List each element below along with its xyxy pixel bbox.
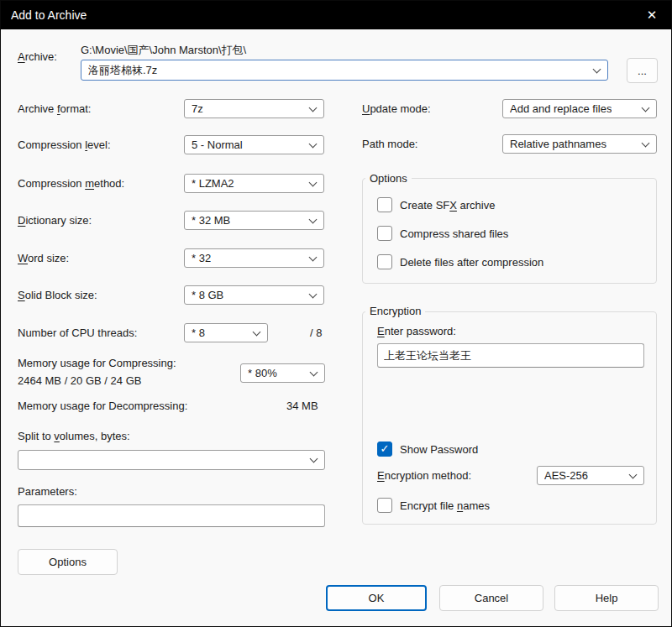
dictionary-size-label: Dictionary size: (18, 214, 92, 227)
word-size-select[interactable]: * 32 (184, 248, 324, 268)
solid-block-size-value: * 8 GB (192, 289, 223, 301)
window-title: Add to Archive (1, 8, 87, 22)
browse-button[interactable]: ... (627, 58, 658, 83)
cancel-button-label: Cancel (475, 592, 508, 604)
dictionary-size-select[interactable]: * 32 MB (184, 211, 324, 230)
archive-name-combobox[interactable] (81, 60, 608, 81)
compression-level-value: 5 - Normal (192, 138, 243, 151)
chevron-down-icon (309, 253, 318, 261)
dictionary-size-value: * 32 MB (192, 214, 230, 227)
path-mode-select[interactable]: Relative pathnames (502, 134, 657, 154)
help-button[interactable]: Help (554, 585, 659, 611)
enter-password-label: Enter password: (377, 325, 456, 337)
chevron-down-icon (309, 103, 318, 112)
options-button[interactable]: Options (18, 549, 118, 575)
delete-files-label: Delete files after compression (400, 256, 543, 269)
chevron-down-icon (310, 455, 318, 463)
archive-format-label: Archive format: (18, 102, 91, 115)
memory-compress-label: Memory usage for Compressing: (18, 357, 176, 369)
create-sfx-checkbox[interactable]: ✓ Create SFX archive (377, 197, 495, 212)
update-mode-select[interactable]: Add and replace files (502, 99, 657, 118)
browse-button-label: ... (638, 65, 647, 77)
cpu-threads-label: Number of CPU threads: (18, 327, 137, 339)
password-input[interactable] (377, 343, 644, 368)
parameters-label: Parameters: (18, 485, 77, 498)
archive-name-input[interactable] (87, 64, 587, 76)
chevron-down-icon (253, 327, 261, 336)
compress-shared-checkbox[interactable]: ✓ Compress shared files (377, 226, 508, 241)
chevron-down-icon (593, 65, 601, 73)
cpu-threads-value: * 8 (192, 327, 205, 339)
split-volumes-label: Split to volumes, bytes: (18, 430, 130, 442)
options-button-label: Options (49, 556, 87, 568)
options-group-title: Options (365, 172, 412, 185)
chevron-down-icon (642, 103, 650, 112)
checkbox-box: ✓ (377, 226, 392, 241)
chevron-down-icon (309, 139, 318, 148)
archive-format-select[interactable]: 7z (184, 99, 324, 118)
ok-button-label: OK (369, 592, 385, 604)
memory-decompress-value: 34 MB (286, 400, 318, 412)
encryption-method-label: Encryption method: (377, 469, 471, 482)
close-icon: ✕ (647, 8, 658, 23)
encryption-method-value: AES-256 (544, 469, 588, 482)
path-mode-label: Path mode: (362, 138, 418, 150)
chevron-down-icon (309, 178, 318, 186)
checkbox-box: ✓ (377, 498, 392, 513)
chevron-down-icon (309, 215, 318, 223)
compression-level-label: Compression level: (18, 138, 111, 151)
memory-compress-detail: 2464 MB / 20 GB / 24 GB (18, 374, 141, 387)
archive-folder-path: G:\Movie\国产\John Marston\打包\ (81, 43, 246, 58)
cancel-button[interactable]: Cancel (439, 585, 543, 611)
cpu-threads-select[interactable]: * 8 (184, 323, 268, 342)
encryption-group-title: Encryption (365, 305, 425, 317)
solid-block-size-label: Solid Block size: (18, 289, 97, 301)
chevron-down-icon (629, 470, 638, 478)
compress-shared-label: Compress shared files (400, 227, 508, 240)
solid-block-size-select[interactable]: * 8 GB (184, 285, 324, 305)
compression-method-value: * LZMA2 (192, 177, 234, 190)
add-to-archive-dialog: Add to Archive ✕ Archive: G:\Movie\国产\Jo… (0, 0, 672, 627)
chevron-down-icon (309, 290, 318, 298)
close-button[interactable]: ✕ (633, 1, 671, 29)
checkbox-box: ✓ (377, 197, 392, 212)
checkbox-box: ✓ (377, 442, 392, 457)
archive-format-value: 7z (192, 102, 203, 115)
show-password-label: Show Password (400, 443, 478, 456)
delete-files-checkbox[interactable]: ✓ Delete files after compression (377, 254, 543, 269)
memory-compress-value: * 80% (248, 367, 277, 379)
compression-method-select[interactable]: * LZMA2 (184, 174, 324, 193)
chevron-down-icon (642, 138, 650, 147)
path-mode-value: Relative pathnames (510, 138, 606, 150)
memory-decompress-label: Memory usage for Decompressing: (18, 400, 187, 412)
memory-compress-select[interactable]: * 80% (240, 363, 325, 383)
create-sfx-label: Create SFX archive (400, 199, 495, 212)
encryption-method-select[interactable]: AES-256 (537, 466, 644, 485)
ok-button[interactable]: OK (326, 585, 427, 611)
checkbox-box: ✓ (377, 254, 392, 269)
show-password-checkbox[interactable]: ✓ Show Password (377, 442, 478, 457)
update-mode-label: Update mode: (362, 102, 431, 115)
word-size-value: * 32 (192, 252, 211, 264)
archive-label: Archive: (18, 50, 57, 63)
title-bar: Add to Archive ✕ (1, 1, 671, 29)
check-icon: ✓ (381, 443, 390, 454)
word-size-label: Word size: (18, 252, 69, 264)
help-button-label: Help (596, 592, 618, 604)
parameters-input[interactable] (18, 504, 325, 527)
encrypt-names-label: Encrypt file names (400, 499, 490, 512)
split-volumes-input[interactable] (24, 454, 304, 467)
split-volumes-combobox[interactable] (18, 450, 325, 470)
compression-level-select[interactable]: 5 - Normal (184, 135, 324, 154)
compression-method-label: Compression method: (18, 177, 124, 190)
update-mode-value: Add and replace files (510, 102, 612, 115)
encrypt-names-checkbox[interactable]: ✓ Encrypt file names (377, 498, 490, 513)
cpu-threads-max: / 8 (310, 327, 322, 339)
chevron-down-icon (310, 368, 318, 376)
